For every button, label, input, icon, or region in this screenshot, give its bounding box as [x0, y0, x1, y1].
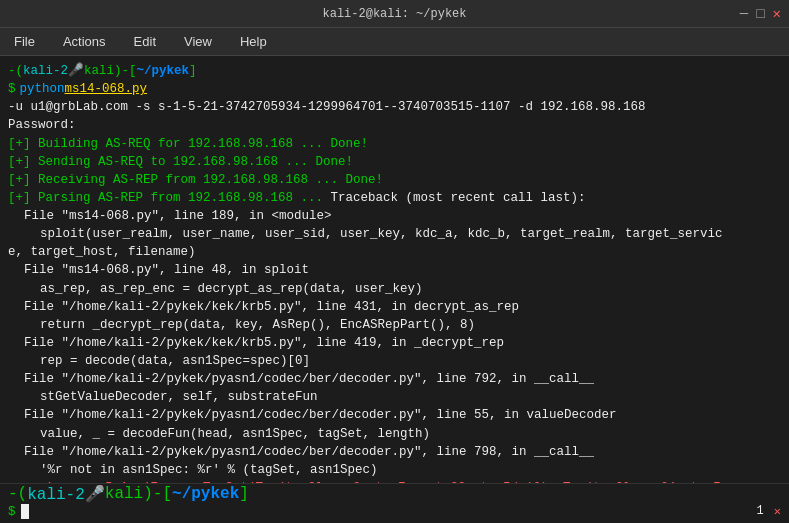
title-bar: kali-2@kali: ~/pykek ─ □ ✕: [0, 0, 789, 28]
output-code7: '%r not in asn1Spec: %r' % (tagSet, asn1…: [8, 461, 781, 479]
output-file3: File "/home/kali-2/pykek/kek/krb5.py", l…: [8, 298, 781, 316]
terminal-output[interactable]: -(kali-2🎤 kali)-[~/pykek] $ python ms14-…: [0, 56, 789, 483]
bottom-prompt-path: ~/pykek: [172, 485, 239, 503]
output-file4: File "/home/kali-2/pykek/kek/krb5.py", l…: [8, 334, 781, 352]
cmd-args: -u u1@grbLab.com -s s-1-5-21-3742705934-…: [8, 98, 646, 116]
output-code4: rep = decode(data, asn1Spec=spec)[0]: [8, 352, 781, 370]
output-file5: File "/home/kali-2/pykek/pyasn1/codec/be…: [8, 370, 781, 388]
output-code3: return _decrypt_rep(data, key, AsRep(), …: [8, 316, 781, 334]
output-file6: File "/home/kali-2/pykek/pyasn1/codec/be…: [8, 406, 781, 424]
maximize-button[interactable]: □: [756, 6, 764, 22]
menu-bar: File Actions Edit View Help: [0, 28, 789, 56]
output-parsing: [+] Parsing AS-REP from 192.168.98.168 .…: [8, 189, 781, 207]
output-code2: as_rep, as_rep_enc = decrypt_as_rep(data…: [8, 280, 781, 298]
output-code5: stGetValueDecoder, self, substrateFun: [8, 388, 781, 406]
bottom-prompt-open: -(: [8, 485, 27, 503]
output-receiving: [+] Receiving AS-REP from 192.168.98.168…: [8, 171, 781, 189]
output-file7: File "/home/kali-2/pykek/pyasn1/codec/be…: [8, 443, 781, 461]
output-file1: File "ms14-068.py", line 189, in <module…: [8, 207, 781, 225]
prompt-hostname: kali: [84, 62, 114, 80]
menu-edit[interactable]: Edit: [128, 32, 162, 51]
prompt-line-1: -(kali-2🎤 kali)-[~/pykek]: [8, 62, 781, 80]
output-file2: File "ms14-068.py", line 48, in sploit: [8, 261, 781, 279]
cmd-python: python: [20, 80, 65, 98]
tab-close-icon[interactable]: ✕: [774, 504, 781, 519]
prompt-username: kali-2🎤: [23, 62, 84, 80]
bottom-prompt-host: kali: [105, 485, 143, 503]
bottom-dollar: $: [8, 505, 16, 519]
tab-number: 1: [757, 504, 764, 519]
menu-view[interactable]: View: [178, 32, 218, 51]
prompt-dollar: $: [8, 80, 16, 98]
output-code1: sploit(user_realm, user_name, user_sid, …: [8, 225, 781, 243]
menu-file[interactable]: File: [8, 32, 41, 51]
window-controls[interactable]: ─ □ ✕: [740, 5, 781, 22]
cmd-script: ms14-068.py: [65, 80, 148, 98]
window-title: kali-2@kali: ~/pykek: [322, 7, 466, 21]
minimize-button[interactable]: ─: [740, 6, 748, 22]
output-code6: value, _ = decodeFun(head, asn1Spec, tag…: [8, 425, 781, 443]
menu-actions[interactable]: Actions: [57, 32, 112, 51]
output-sending: [+] Sending AS-REQ to 192.168.98.168 ...…: [8, 153, 781, 171]
close-button[interactable]: ✕: [773, 5, 781, 22]
prompt-bracket-end: ]: [189, 62, 197, 80]
bottom-prompt-close: )-[: [143, 485, 172, 503]
bottom-prompt-area: -(kali-2🎤 kali)-[~/pykek]: [8, 484, 249, 504]
output-code1b: e, target_host, filename): [8, 243, 781, 261]
terminal-cursor: [21, 504, 29, 519]
output-building: [+] Building AS-REQ for 192.168.98.168 .…: [8, 135, 781, 153]
prompt-close-bracket: )-[: [114, 62, 137, 80]
bottom-prompt-user: kali-2🎤: [27, 484, 105, 504]
terminal-window: kali-2@kali: ~/pykek ─ □ ✕ File Actions …: [0, 0, 789, 523]
menu-help[interactable]: Help: [234, 32, 273, 51]
command-line: $ python ms14-068.py -u u1@grbLab.com -s…: [8, 80, 781, 116]
bottom-prompt-end: ]: [239, 485, 249, 503]
prompt-open-bracket: -(: [8, 62, 23, 80]
prompt-path: ~/pykek: [137, 62, 190, 80]
output-password: Password:: [8, 116, 781, 134]
bottom-bar: -(kali-2🎤 kali)-[~/pykek] $ 1✕: [0, 483, 789, 523]
